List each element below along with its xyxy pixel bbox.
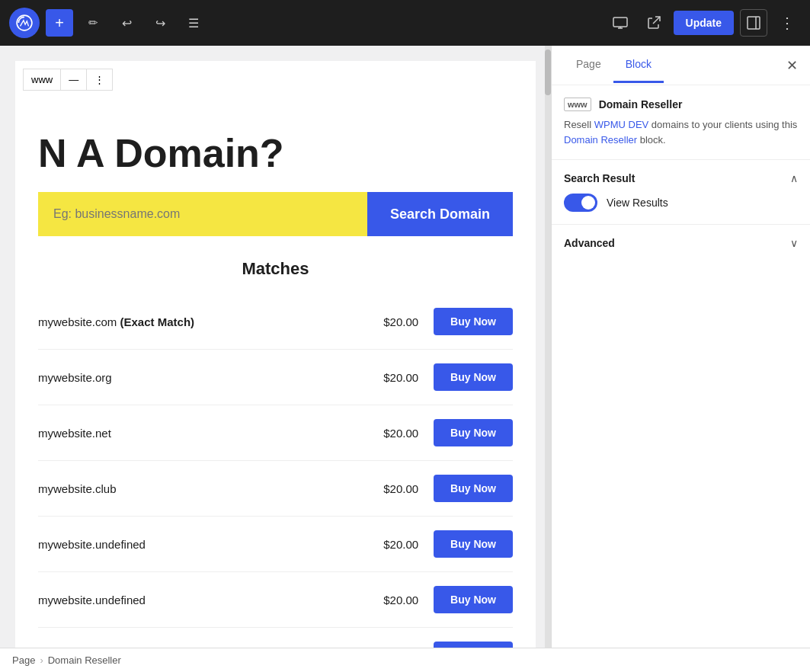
table-row: mywebsite.net $20.00 Buy Now [38, 405, 513, 461]
add-block-button[interactable]: + [46, 9, 73, 37]
edit-button[interactable]: ✏ [79, 9, 107, 37]
domain-price: $20.00 [373, 371, 418, 384]
block-www-button[interactable]: www [23, 69, 60, 91]
buy-now-button[interactable]: Buy Now [434, 586, 513, 613]
scrollbar-thumb[interactable] [545, 50, 551, 95]
domain-price: $20.00 [373, 594, 418, 606]
search-result-section: Search Result ∧ View Results [552, 160, 810, 225]
main-layout: www — ⋮ N A Domain? Search Domain [0, 46, 810, 648]
search-domain-button[interactable]: Search Domain [367, 192, 513, 236]
breadcrumb-page: Page [12, 654, 35, 666]
view-results-toggle[interactable] [564, 194, 597, 212]
block-info-header: www Domain Reseller [564, 98, 798, 111]
update-button[interactable]: Update [674, 11, 734, 35]
domain-name: mywebsite.org [38, 371, 373, 384]
table-row: mywebsite.club $20.00 Buy Now [38, 461, 513, 517]
external-link-button[interactable] [640, 9, 668, 37]
domain-list: mywebsite.com (Exact Match) $20.00 Buy N… [38, 294, 513, 648]
toolbar: + ✏ ↩ ↪ ☰ Update ⋮ [0, 0, 810, 46]
matches-title: Matches [38, 259, 513, 279]
dash-label: — [69, 74, 78, 85]
chevron-up-icon: ∧ [790, 172, 798, 184]
svg-rect-5 [748, 17, 760, 29]
block-dash-button[interactable]: — [60, 69, 87, 91]
editor-content: www — ⋮ N A Domain? Search Domain [15, 61, 536, 648]
block-info: www Domain Reseller Resell WPMU DEV doma… [552, 85, 810, 160]
sidebar-close-button[interactable]: ✕ [786, 57, 798, 74]
exact-match-label: (Exact Match) [120, 315, 195, 328]
right-sidebar: Page Block ✕ www Domain Reseller Resell … [551, 46, 810, 648]
monitor-button[interactable] [607, 9, 634, 37]
block-info-title: Domain Reseller [599, 98, 683, 110]
advanced-title: Advanced [564, 237, 615, 249]
www-label: www [31, 74, 53, 85]
domain-reseller-link[interactable]: Domain Reseller [564, 134, 637, 146]
dots-label: ⋮ [94, 74, 104, 85]
domain-name: mywebsite.undefined [38, 538, 373, 551]
sidebar-tabs: Page Block [564, 47, 664, 83]
domain-name: mywebsite.club [38, 482, 373, 495]
buy-now-button[interactable]: Buy Now [434, 419, 513, 446]
undo-button[interactable]: ↩ [113, 9, 140, 37]
advanced-section: Advanced ∨ [552, 225, 810, 261]
table-row: mywebsite.com (Exact Match) $20.00 Buy N… [38, 294, 513, 350]
toolbar-right: Update ⋮ [607, 9, 801, 37]
table-row: mywebsite.org $20.00 Buy Now [38, 350, 513, 405]
redo-button[interactable]: ↪ [146, 9, 174, 37]
tab-block[interactable]: Block [613, 47, 664, 83]
wp-logo [9, 8, 40, 38]
svg-rect-1 [613, 18, 627, 27]
advanced-section-header[interactable]: Advanced ∨ [564, 237, 798, 249]
table-row: mywebsite.undefined $20.00 Buy Now [38, 517, 513, 572]
editor-area: www — ⋮ N A Domain? Search Domain [0, 46, 551, 648]
block-dots-button[interactable]: ⋮ [87, 69, 113, 91]
domain-search-input[interactable] [38, 192, 367, 236]
view-results-row: View Results [564, 194, 798, 212]
table-row: mywebsite.undefined $20.00 Buy Now [38, 628, 513, 648]
block-widget: www — ⋮ [23, 69, 113, 91]
list-button[interactable]: ☰ [180, 9, 207, 37]
table-row: mywebsite.undefined $20.00 Buy Now [38, 572, 513, 628]
buy-now-button[interactable]: Buy Now [434, 530, 513, 558]
breadcrumb-separator: › [40, 654, 43, 666]
buy-now-button[interactable]: Buy Now [434, 642, 513, 648]
www-badge: www [564, 98, 591, 111]
domain-name: mywebsite.com (Exact Match) [38, 315, 373, 328]
breadcrumb: Page › Domain Reseller [0, 648, 810, 672]
buy-now-button[interactable]: Buy Now [434, 363, 513, 391]
view-results-label: View Results [607, 197, 668, 209]
domain-price: $20.00 [373, 427, 418, 440]
sidebar-header: Page Block ✕ [552, 46, 810, 85]
domain-name: mywebsite.undefined [38, 594, 373, 606]
scrollbar-track [545, 46, 551, 648]
breadcrumb-current: Domain Reseller [48, 654, 121, 666]
search-result-header[interactable]: Search Result ∧ [564, 172, 798, 184]
wpmu-dev-link[interactable]: WPMU DEV [594, 119, 649, 130]
search-result-title: Search Result [564, 172, 635, 184]
page-heading: A Domain? [76, 131, 284, 175]
block-info-description: Resell WPMU DEV domains to your clients … [564, 117, 798, 147]
domain-price: $20.00 [373, 315, 418, 328]
domain-price: $20.00 [373, 538, 418, 551]
svg-line-4 [653, 17, 660, 24]
chevron-down-icon: ∨ [790, 237, 798, 249]
search-bar: Search Domain [38, 192, 513, 236]
domain-heading: N A Domain? [38, 130, 513, 177]
domain-price: $20.00 [373, 482, 418, 495]
buy-now-button[interactable]: Buy Now [434, 475, 513, 502]
buy-now-button[interactable]: Buy Now [434, 308, 513, 335]
tab-page[interactable]: Page [564, 47, 613, 83]
domain-name: mywebsite.net [38, 427, 373, 440]
sidebar-toggle-button[interactable] [740, 9, 767, 37]
more-options-button[interactable]: ⋮ [773, 9, 801, 37]
